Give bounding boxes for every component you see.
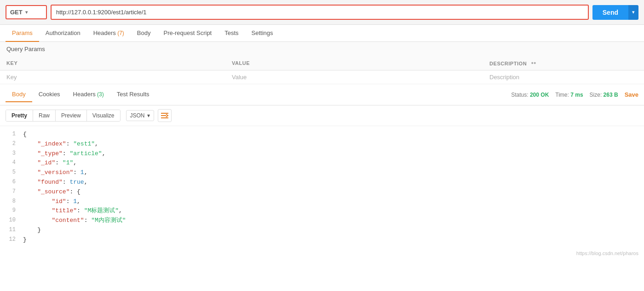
fmt-tab-pretty[interactable]: Pretty (6, 110, 33, 121)
json-response-body: 1{2 "_index": "est1",3 "_type": "article… (0, 126, 644, 249)
send-button-group: Send ▾ (592, 5, 638, 20)
tab-authorization[interactable]: Authorization (39, 25, 87, 42)
col-header-value: VALUE (225, 56, 483, 70)
json-line: 11 } (0, 226, 644, 235)
params-placeholder-row: Key Value Description (0, 70, 644, 84)
col-header-description: DESCRIPTION •• (483, 56, 644, 70)
json-line: 10 "content": "M内容测试" (0, 216, 644, 226)
method-label: GET (10, 9, 23, 16)
format-select[interactable]: JSON ▾ (126, 110, 154, 121)
size-label: Size: 263 B (590, 92, 618, 98)
format-value: JSON (130, 112, 145, 119)
fmt-tab-raw[interactable]: Raw (33, 110, 56, 121)
save-response-button[interactable]: Save (625, 91, 638, 98)
value-placeholder[interactable]: Value (225, 70, 483, 84)
time-label: Time: 7 ms (555, 92, 583, 98)
wrap-icon (161, 112, 169, 119)
tab-body[interactable]: Body (131, 25, 157, 42)
fmt-tab-visualize[interactable]: Visualize (87, 110, 120, 121)
json-line: 1{ (0, 130, 644, 140)
json-line: 4 "_id": "1", (0, 158, 644, 168)
method-dropdown[interactable]: GET ▾ (6, 5, 47, 19)
watermark: https://blog.csdn.net/pharos (0, 249, 644, 258)
send-dropdown-button[interactable]: ▾ (628, 5, 638, 20)
json-line: 7 "_source": { (0, 187, 644, 197)
resp-tab-headers[interactable]: Headers (3) (67, 87, 110, 102)
request-bar: GET ▾ Send ▾ (0, 0, 644, 25)
tab-pre-request-script[interactable]: Pre-request Script (157, 25, 218, 42)
more-icon[interactable]: •• (529, 59, 539, 67)
time-value: 7 ms (570, 92, 583, 98)
size-value: 263 B (604, 92, 618, 98)
desc-placeholder[interactable]: Description (483, 70, 644, 84)
json-line: 3 "_type": "article", (0, 149, 644, 159)
tab-params[interactable]: Params (6, 25, 39, 42)
json-line: 5 "_version": 1, (0, 168, 644, 178)
format-tabs: Pretty Raw Preview Visualize (6, 110, 121, 122)
response-header: Body Cookies Headers (3) Test Results St… (0, 84, 644, 105)
response-meta: Status: 200 OK Time: 7 ms Size: 263 B Sa… (511, 91, 638, 98)
fmt-tab-preview[interactable]: Preview (56, 110, 87, 121)
url-input-wrap (51, 5, 589, 20)
json-line: 6 "found": true, (0, 178, 644, 187)
json-line: 12} (0, 235, 644, 245)
resp-tab-body[interactable]: Body (6, 87, 32, 102)
col-header-key: KEY (0, 56, 225, 70)
tab-settings[interactable]: Settings (245, 25, 280, 42)
status-value: 200 OK (530, 92, 549, 98)
format-arrow-icon: ▾ (147, 112, 150, 119)
request-tabs: Params Authorization Headers (7) Body Pr… (0, 25, 644, 42)
url-input[interactable] (52, 6, 588, 19)
tab-tests[interactable]: Tests (218, 25, 245, 42)
format-toolbar: Pretty Raw Preview Visualize JSON ▾ (0, 105, 644, 126)
query-params-label: Query Params (0, 42, 644, 56)
key-placeholder[interactable]: Key (0, 70, 225, 84)
wrap-button[interactable] (158, 109, 172, 122)
method-arrow-icon: ▾ (25, 10, 28, 15)
send-button[interactable]: Send (592, 5, 628, 20)
params-table: KEY VALUE DESCRIPTION •• Key Value Descr… (0, 56, 644, 84)
json-line: 2 "_index": "est1", (0, 140, 644, 149)
resp-tab-test-results[interactable]: Test Results (110, 87, 156, 102)
resp-tab-cookies[interactable]: Cookies (32, 87, 67, 102)
json-line: 9 "title": "M标题测试", (0, 206, 644, 216)
tab-headers[interactable]: Headers (7) (87, 25, 131, 42)
json-line: 8 "id": 1, (0, 197, 644, 207)
response-tabs: Body Cookies Headers (3) Test Results (6, 87, 156, 102)
status-label: Status: 200 OK (511, 92, 549, 98)
